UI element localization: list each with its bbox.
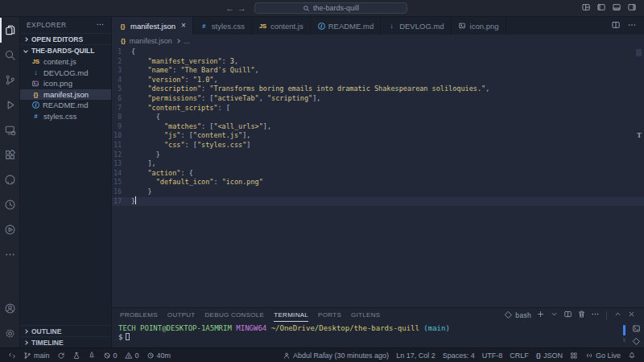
status-sync[interactable] <box>57 352 65 360</box>
code-line-3[interactable]: 3 "name": "The Bard's Quill", <box>112 66 644 76</box>
tab-styles.css[interactable]: #styles.css <box>193 17 252 35</box>
layout-button[interactable] <box>581 2 591 14</box>
forward-button[interactable]: → <box>237 4 246 13</box>
breadcrumb-file[interactable]: manifest.json <box>130 37 172 45</box>
file-item-README.md[interactable]: iREADME.md <box>20 100 111 111</box>
file-item-content.js[interactable]: JScontent.js <box>20 56 111 68</box>
panel-tab-gitlens[interactable]: GITLENS <box>351 308 380 322</box>
trash-button[interactable] <box>577 310 586 320</box>
code-line-17[interactable]: 17} <box>112 197 644 207</box>
chevron-right-icon <box>23 37 28 42</box>
activitybar-circle-pointer[interactable] <box>0 217 20 242</box>
panel-tab-output[interactable]: OUTPUT <box>167 308 196 322</box>
panel-right-button[interactable] <box>627 2 637 14</box>
chevron-up-button[interactable] <box>613 310 622 320</box>
code-line-8[interactable]: 8 { <box>112 113 644 122</box>
status-ln-17-col-2[interactable]: Ln 17, Col 2 <box>396 352 436 360</box>
code-line-5[interactable]: 5 "description": "Transforms boring emai… <box>112 84 644 94</box>
breadcrumb-symbol[interactable]: ... <box>184 37 190 45</box>
terminal-list-terminal[interactable] <box>632 324 641 335</box>
activitybar-source-control[interactable] <box>0 68 20 93</box>
back-button[interactable]: ← <box>225 4 234 13</box>
code-line-10[interactable]: 10 "js": ["content.js"], <box>112 131 644 141</box>
terminal-input-line[interactable]: $ <box>118 333 638 342</box>
editor-more-actions[interactable] <box>627 20 637 31</box>
code-line-15[interactable]: 15 "default_icon": "icon.png" <box>112 178 644 187</box>
tab-icon.png[interactable]: icon.png <box>452 17 506 35</box>
panel-tab-problems[interactable]: PROBLEMS <box>120 308 158 322</box>
code-line-14[interactable]: 14 "action": { <box>112 169 644 179</box>
panel-left-button[interactable] <box>597 2 606 14</box>
code-line-13[interactable]: 13 ], <box>112 159 644 169</box>
chevron-down-button[interactable] <box>550 310 559 320</box>
activitybar-search[interactable] <box>0 43 20 68</box>
file-item-icon.png[interactable]: icon.png <box>20 78 111 89</box>
terminal-list-git-diamond[interactable] <box>632 337 641 348</box>
code-line-2[interactable]: 2 "manifest_version": 3, <box>112 57 644 67</box>
status-0[interactable]: 0 <box>103 352 118 360</box>
command-center-search[interactable]: the-bards-quill <box>254 2 407 14</box>
status-crlf[interactable]: CRLF <box>510 352 529 360</box>
code-editor[interactable]: 1{2 "manifest_version": 3,3 "name": "The… <box>112 47 644 307</box>
panel-tab-terminal[interactable]: TERMINAL <box>274 308 308 322</box>
status-spaces-4[interactable]: Spaces: 4 <box>443 352 475 360</box>
code-line-11[interactable]: 11 "css": ["styles.css"] <box>112 141 644 150</box>
explorer-more-actions[interactable] <box>96 20 105 31</box>
code-line-7[interactable]: 7 "content_scripts": [ <box>112 104 644 113</box>
status-main[interactable]: main <box>23 352 50 360</box>
file-item-styles.css[interactable]: #styles.css <box>20 111 111 122</box>
more-button[interactable] <box>591 310 600 320</box>
panel-tab-debug-console[interactable]: DEBUG CONSOLE <box>205 308 265 322</box>
status-0[interactable]: 0 <box>125 352 139 360</box>
code-line-6[interactable]: 6 "permissions": ["activeTab", "scriptin… <box>112 94 644 104</box>
activitybar-github[interactable] <box>0 167 20 192</box>
shell-selector[interactable]: bash <box>504 311 531 319</box>
split-editor-button[interactable] <box>611 20 621 31</box>
file-item-manifest.json[interactable]: {}manifest.json <box>20 89 111 101</box>
open-editors-section[interactable]: OPEN EDITORS <box>20 33 111 44</box>
tab-content.js[interactable]: JScontent.js <box>252 17 311 35</box>
activitybar-more[interactable] <box>0 242 20 267</box>
terminal[interactable]: TECH POINT@DESKTOP-1A5MRIM MINGW64 ~/One… <box>112 322 644 348</box>
css-icon: # <box>200 23 208 30</box>
code-line-16[interactable]: 16 } <box>112 187 644 197</box>
root-folder-section[interactable]: THE-BARDS-QUILL <box>20 44 111 56</box>
status-abdul-rafay-30-minutes-ago-[interactable]: Abdul Rafay (30 minutes ago) <box>283 352 389 360</box>
tab-DEVLOG.md[interactable]: ↓DEVLOG.md <box>381 17 451 35</box>
activitybar-explorer[interactable] <box>0 18 20 43</box>
status-remote[interactable] <box>8 352 16 360</box>
status-rocket[interactable] <box>88 352 96 360</box>
tab-manifest.json[interactable]: {}manifest.json× <box>112 17 193 35</box>
code-text: ], <box>131 159 156 169</box>
activitybar-settings[interactable] <box>0 321 20 346</box>
close-icon[interactable]: × <box>181 22 186 30</box>
status-json[interactable]: {}JSON <box>536 352 563 360</box>
code-line-1[interactable]: 1{ <box>112 47 644 57</box>
extensions-icon <box>4 149 16 161</box>
split-button[interactable] <box>564 310 572 320</box>
close-button[interactable] <box>627 310 636 320</box>
status-bell[interactable] <box>628 352 636 360</box>
code-line-4[interactable]: 4 "version": "1.0", <box>112 76 644 85</box>
activitybar-account[interactable] <box>0 296 20 321</box>
plus-button[interactable] <box>536 310 545 320</box>
status-flask[interactable] <box>72 352 80 360</box>
activitybar-run-debug[interactable] <box>0 93 20 117</box>
minimap[interactable]: T <box>634 47 644 307</box>
outline-section[interactable]: OUTLINE <box>20 325 111 336</box>
status-40m[interactable]: 40m <box>147 352 171 360</box>
code-line-12[interactable]: 12 } <box>112 150 644 160</box>
status-go-live[interactable]: Go Live <box>585 352 621 360</box>
activitybar-circle-clock[interactable] <box>0 192 20 217</box>
panel-bottom-button[interactable] <box>612 2 621 14</box>
code-line-9[interactable]: 9 "matches": ["<all_urls>"], <box>112 122 644 132</box>
timeline-section[interactable]: TIMELINE <box>20 336 111 348</box>
activitybar-remote-explorer[interactable] <box>0 117 20 142</box>
tab-README.md[interactable]: iREADME.md <box>311 17 381 35</box>
file-item-DEVLOG.md[interactable]: ↓DEVLOG.md <box>20 68 111 79</box>
activitybar-extensions[interactable] <box>0 142 20 167</box>
status-grid[interactable] <box>570 352 578 360</box>
scrollbar-thumb[interactable] <box>636 49 642 56</box>
status-utf-8[interactable]: UTF-8 <box>482 352 503 360</box>
panel-tab-ports[interactable]: PORTS <box>318 308 341 322</box>
